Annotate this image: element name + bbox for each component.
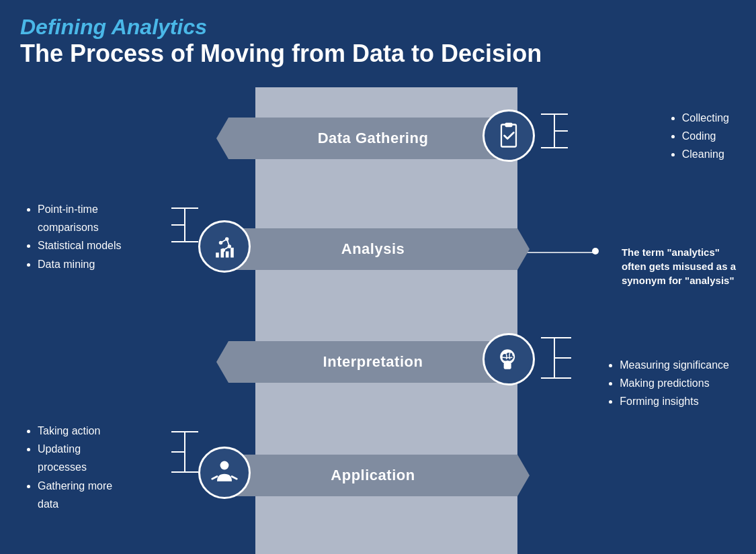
bracket-interp-right xyxy=(534,328,595,422)
step-application: Application xyxy=(228,455,517,496)
svg-rect-12 xyxy=(216,252,219,257)
icon-data-gathering xyxy=(482,109,535,162)
bracket-analysis-left xyxy=(155,198,205,285)
svg-rect-1 xyxy=(505,123,513,127)
clipboard-icon xyxy=(494,121,523,150)
title-defining: Defining Analytics xyxy=(20,15,736,40)
chart-icon xyxy=(210,232,239,261)
svg-point-26 xyxy=(220,461,229,470)
step-analysis-label: Analysis xyxy=(341,240,405,258)
svg-line-28 xyxy=(232,477,237,479)
bullet-data-mining: Data mining xyxy=(38,255,122,273)
step-interpretation-label: Interpretation xyxy=(323,353,423,371)
bracket-dg-right xyxy=(534,104,595,191)
bullet-statistical: Statistical models xyxy=(38,236,122,255)
bullets-application: Taking action Updatingprocesses Gatherin… xyxy=(27,422,112,513)
bullet-forming-insights: Forming insights xyxy=(620,392,729,410)
step-application-label: Application xyxy=(331,467,415,484)
icon-analysis xyxy=(198,220,251,273)
bullet-making-predictions: Making predictions xyxy=(620,374,729,392)
svg-rect-13 xyxy=(221,249,224,258)
svg-rect-22 xyxy=(504,363,511,369)
step-interpretation: Interpretation xyxy=(228,341,517,383)
icon-application xyxy=(198,447,251,499)
icon-interpretation xyxy=(482,333,535,385)
bullet-measuring: Measuring significance xyxy=(620,356,729,374)
svg-line-11 xyxy=(223,246,229,250)
bullet-taking-action: Taking action xyxy=(38,422,112,440)
bullets-analysis: Point-in-timecomparisons Statistical mod… xyxy=(27,200,122,273)
analysis-note-line xyxy=(517,246,598,259)
step-data-gathering: Data Gathering xyxy=(228,118,517,159)
bullet-cleaning: Cleaning xyxy=(682,145,729,163)
svg-rect-14 xyxy=(226,251,229,257)
step-data-gathering-label: Data Gathering xyxy=(318,130,429,147)
step-analysis: Analysis xyxy=(228,228,517,270)
bullet-point-in-time: Point-in-timecomparisons xyxy=(38,200,122,236)
bullet-gathering-more: Gathering moredata xyxy=(38,477,112,513)
bracket-app-left xyxy=(155,422,205,519)
person-icon xyxy=(210,458,239,488)
svg-line-9 xyxy=(221,239,227,243)
title-process: The Process of Moving from Data to Decis… xyxy=(20,40,736,68)
header: Defining Analytics The Process of Moving… xyxy=(0,0,756,73)
svg-line-27 xyxy=(212,477,217,479)
bullet-updating-processes: Updatingprocesses xyxy=(38,440,112,476)
brain-icon xyxy=(494,344,523,374)
bullets-interpretation: Measuring significance Making prediction… xyxy=(609,356,729,411)
analysis-note: The term "analytics"often gets misused a… xyxy=(622,245,736,287)
bullet-coding: Coding xyxy=(682,127,729,145)
bullets-data-gathering: Collecting Coding Cleaning xyxy=(671,109,729,164)
analysis-note-dot xyxy=(592,248,599,255)
bullet-collecting: Collecting xyxy=(682,109,729,127)
svg-rect-15 xyxy=(230,248,234,258)
